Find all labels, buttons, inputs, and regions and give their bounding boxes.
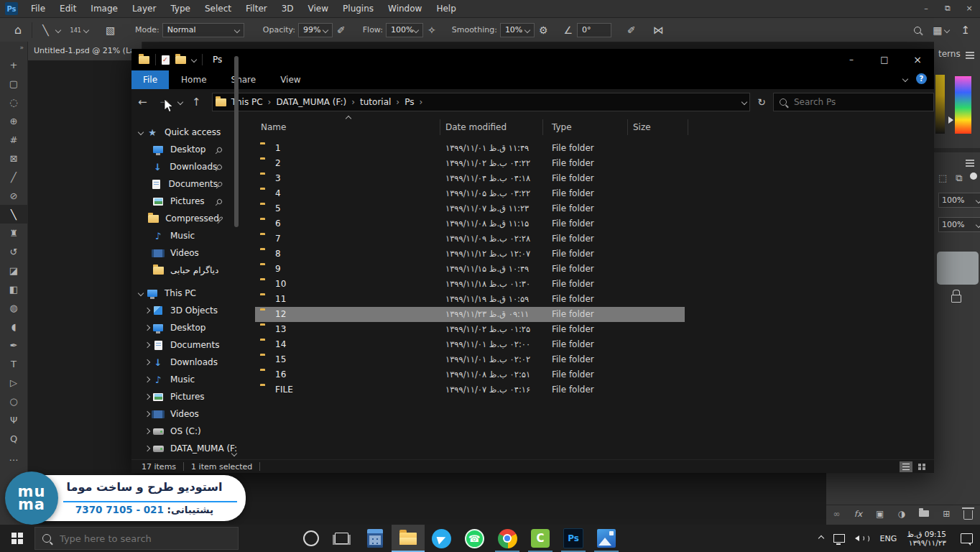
cortana-icon[interactable] — [303, 530, 319, 546]
minimize-icon[interactable]: – — [915, 0, 937, 17]
search-box[interactable] — [773, 93, 934, 111]
adjustment-layer-icon[interactable]: ◑ — [898, 509, 905, 519]
brush-angle-field[interactable]: 0° — [577, 23, 611, 37]
task-view-icon[interactable] — [335, 533, 348, 544]
breadcrumb-segment[interactable]: DATA_MUMA (F:) — [271, 97, 351, 107]
refresh-icon[interactable]: ↻ — [750, 96, 773, 108]
link-layers-icon[interactable]: ∞ — [833, 509, 841, 519]
file-row[interactable]: 6۱۱:۱۵ ق.ظ ۱۳۹۹/۱۱/۰۸File folder — [255, 216, 685, 231]
layer-thumbnail[interactable] — [937, 252, 979, 285]
path-selection-tool[interactable]: ▷ — [0, 373, 27, 392]
new-folder-icon[interactable] — [175, 56, 186, 64]
column-divider[interactable] — [627, 119, 628, 135]
help-icon[interactable]: ? — [916, 73, 927, 84]
taskbar-app-photos[interactable] — [590, 525, 623, 552]
blur-tool[interactable]: ◍ — [0, 298, 27, 317]
up-icon[interactable]: ↑ — [185, 96, 208, 109]
address-dropdown-chevron-icon[interactable] — [741, 99, 747, 105]
quick-selection-tool[interactable]: ⊕ — [0, 111, 27, 130]
flow-select[interactable]: 100% — [386, 23, 423, 37]
breadcrumb-segment[interactable]: This PC — [226, 97, 268, 107]
menu-edit[interactable]: Edit — [52, 4, 83, 14]
ribbon-collapse-chevron-icon[interactable] — [902, 75, 908, 81]
explorer-titlebar[interactable]: Ps – □ × — [131, 49, 934, 70]
ribbon-tab-file[interactable]: File — [131, 70, 169, 89]
crop-tool[interactable]: # — [0, 130, 27, 149]
column-header-type[interactable]: Type — [552, 122, 572, 132]
taskbar-search-box[interactable] — [34, 527, 239, 550]
hand-tool[interactable]: Ψ — [0, 410, 27, 429]
layer-group-icon[interactable] — [919, 510, 929, 517]
clone-stamp-tool[interactable]: ♜ — [0, 224, 27, 242]
zoom-tool[interactable]: Q — [0, 429, 27, 448]
taskbar-app-photoshop[interactable]: Ps — [557, 525, 590, 552]
brush-tool[interactable]: ╲ — [0, 205, 27, 224]
menu-select[interactable]: Select — [198, 4, 239, 14]
taskbar-app-camtasia[interactable]: C — [524, 525, 557, 552]
pen-tool[interactable]: ✒ — [0, 336, 27, 354]
column-divider[interactable] — [440, 119, 440, 135]
ribbon-tab-share[interactable]: Share — [219, 70, 269, 89]
layer-mask-icon[interactable]: ▣ — [876, 509, 884, 519]
mode-select[interactable]: Normal — [162, 23, 244, 37]
ribbon-tab-view[interactable]: View — [268, 70, 313, 89]
menu-view[interactable]: View — [301, 4, 336, 14]
brush-settings-button[interactable]: 141 — [70, 25, 81, 34]
taskbar-app-calculator[interactable] — [359, 525, 392, 552]
taskbar-app-whatsapp[interactable]: ☎ — [458, 525, 491, 552]
file-row[interactable]: 13۰۱:۲۵ ب.ظ ۱۳۹۹/۱۱/۰۲File folder — [255, 322, 685, 337]
panel-toggle-icon[interactable]: ▧ — [101, 24, 119, 36]
layer-fill-select[interactable]: 100% — [938, 217, 980, 232]
eyedropper-tool[interactable]: ╱ — [0, 167, 27, 186]
folder-icon[interactable] — [139, 56, 149, 64]
opacity-select[interactable]: 99% — [298, 23, 333, 37]
close-icon[interactable]: × — [901, 49, 934, 70]
breadcrumb-segment[interactable]: tutorial — [355, 97, 396, 107]
column-header-date-modified[interactable]: Date modified — [445, 122, 507, 132]
file-row[interactable]: FILE۰۴:۱۶ ب.ظ ۱۳۹۹/۱۱/۰۷File folder — [255, 382, 685, 397]
file-row[interactable]: 12۰۹:۱۱ ق.ظ ۱۳۹۹/۱۱/۲۳File folder — [255, 307, 685, 322]
search-input[interactable] — [792, 96, 903, 108]
menu-plugins[interactable]: Plugins — [336, 4, 381, 14]
layer-opacity-select[interactable]: 100% — [938, 193, 980, 208]
brush-preset-chevron-icon[interactable] — [53, 23, 63, 37]
menu-filter[interactable]: Filter — [239, 4, 274, 14]
smoothing-select[interactable]: 10% — [500, 23, 535, 37]
size-pressure-icon[interactable]: ✐ — [623, 24, 640, 36]
restore-icon[interactable]: ⧉ — [937, 0, 958, 17]
details-view-button[interactable] — [900, 461, 912, 472]
airbrush-icon[interactable]: ✧ — [423, 24, 440, 36]
language-indicator[interactable]: ENG — [879, 534, 897, 543]
delete-layer-icon[interactable] — [963, 510, 973, 520]
ribbon-tab-home[interactable]: Home — [169, 70, 218, 89]
brush-panel-chevron-icon[interactable] — [81, 23, 91, 37]
minimize-icon[interactable]: – — [835, 49, 868, 70]
menu-file[interactable]: File — [24, 4, 52, 14]
tray-overflow-chevron-icon[interactable] — [818, 535, 824, 541]
file-row[interactable]: 14۰۲:۰۰ ب.ظ ۱۳۹۹/۱۱/۰۱File folder — [255, 337, 685, 352]
taskbar-app-chrome[interactable] — [491, 525, 524, 552]
toolbar-collapse-icon[interactable]: » — [0, 42, 27, 55]
patterns-panel-tab[interactable]: terns — [934, 42, 980, 59]
home-icon[interactable]: ⌂ — [10, 23, 26, 37]
file-row[interactable]: 3۰۴:۱۸ ب.ظ ۱۳۹۹/۱۱/۰۴File folder — [255, 171, 685, 186]
menu-3d[interactable]: 3D — [274, 4, 301, 14]
spectrum-slider-handle-icon[interactable] — [948, 116, 953, 124]
thumbnails-view-button[interactable] — [915, 461, 928, 472]
brush-preset-icon[interactable]: ╲ — [38, 24, 52, 36]
column-header-size[interactable]: Size — [633, 122, 651, 132]
eraser-tool[interactable]: ◪ — [0, 261, 27, 280]
column-header-name[interactable]: Name — [261, 122, 286, 132]
column-divider[interactable] — [542, 119, 543, 135]
close-icon[interactable]: × — [958, 0, 980, 17]
smoothing-gear-icon[interactable]: ⚙ — [535, 24, 553, 36]
action-center-icon[interactable] — [961, 533, 973, 543]
new-layer-icon[interactable]: ⊞ — [943, 509, 950, 519]
ellipse-tool[interactable]: ○ — [0, 392, 27, 410]
menu-help[interactable]: Help — [429, 4, 463, 14]
move-tool[interactable]: + — [0, 55, 27, 74]
customize-qat-chevron-icon[interactable] — [191, 57, 197, 63]
file-row[interactable]: 1۱۱:۴۹ ق.ظ ۱۳۹۹/۱۱/۰۱File folder — [255, 141, 685, 156]
file-row[interactable]: 9۱۰:۴۹ ق.ظ ۱۳۹۹/۱۱/۱۵File folder — [255, 262, 685, 277]
taskbar-clock[interactable]: 09:15 ق.ظ ۱۳۹۹/۱۱/۲۳ — [907, 530, 946, 547]
